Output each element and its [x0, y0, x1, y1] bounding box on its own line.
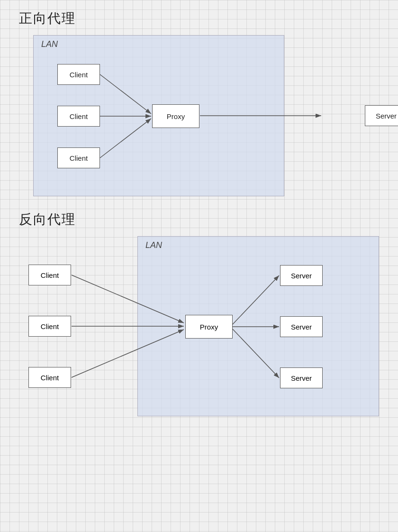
- reverse-client2: Client: [28, 316, 71, 337]
- reverse-client1: Client: [28, 265, 71, 285]
- reverse-proxy-diagram: Client Client Client LAN Proxy Server Se…: [19, 236, 379, 416]
- forward-client3: Client: [57, 147, 100, 168]
- svg-line-7: [233, 275, 279, 324]
- reverse-lan-label: LAN: [138, 237, 379, 254]
- forward-proxy-node: Proxy: [152, 104, 199, 128]
- forward-proxy-section: 正向代理 LAN Client Client Client Proxy: [19, 9, 379, 196]
- reverse-proxy-node: Proxy: [185, 315, 233, 339]
- reverse-proxy-title: 反向代理: [19, 211, 379, 229]
- svg-line-9: [233, 329, 279, 378]
- forward-lan-label: LAN: [34, 36, 284, 53]
- forward-proxy-diagram: LAN Client Client Client Proxy: [19, 35, 379, 196]
- svg-line-1: [100, 74, 151, 114]
- forward-client1: Client: [57, 64, 100, 85]
- reverse-client3: Client: [28, 367, 71, 388]
- reverse-internal-arrows: [138, 237, 379, 416]
- forward-proxy-title: 正向代理: [19, 9, 379, 28]
- forward-server: Server: [365, 105, 398, 126]
- reverse-server2: Server: [280, 316, 323, 337]
- reverse-lan-box: LAN Proxy Server Server Server: [137, 236, 379, 416]
- reverse-proxy-section: 反向代理 Client Client Client LAN Proxy Serv…: [19, 211, 379, 416]
- reverse-server3: Server: [280, 367, 323, 388]
- svg-line-3: [100, 119, 151, 158]
- forward-lan-box: LAN Client Client Client Proxy: [33, 35, 284, 196]
- forward-client2: Client: [57, 106, 100, 127]
- reverse-server1: Server: [280, 265, 323, 286]
